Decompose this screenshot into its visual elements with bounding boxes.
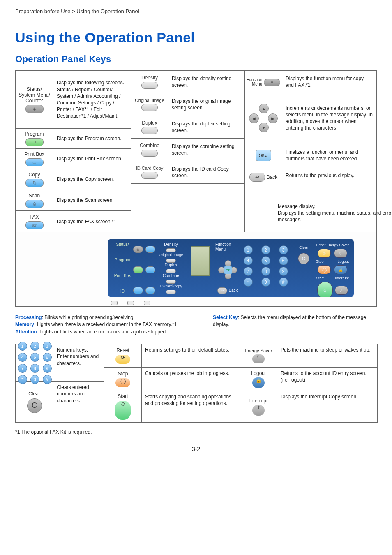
bottom-key-table: 123 456 789 *0# Numeric keys. Enter numb… bbox=[15, 344, 378, 423]
start-key: Start ◇ bbox=[104, 391, 142, 422]
lcd-display bbox=[191, 246, 210, 276]
duplex-key: Duplex bbox=[131, 116, 168, 138]
back-icon: ↩ bbox=[249, 173, 265, 182]
numeric-keys: 123 456 789 *0# bbox=[16, 344, 53, 381]
original-key: Original Image bbox=[131, 93, 168, 116]
idcard-desc: Displays the ID card Copy screen. bbox=[168, 161, 244, 183]
duplex-desc: Displays the duplex setting screen. bbox=[168, 116, 244, 138]
fax-desc: Displays the FAX screen.*1 bbox=[53, 211, 131, 232]
status-key: Status/ System Menu/ Counter ◈ bbox=[16, 71, 53, 128]
scan-icon: ⎙ bbox=[25, 200, 44, 208]
scan-key: Scan ⎙ bbox=[16, 190, 53, 210]
density-key: Density bbox=[131, 71, 168, 93]
funcmenu-key: Function Menu ≡ bbox=[244, 71, 282, 93]
section-title: Operation Panel Keys bbox=[15, 54, 377, 65]
footnote: *1 The optional FAX Kit is required. bbox=[15, 429, 377, 435]
reset-desc: Returns settings to their default states… bbox=[142, 344, 240, 367]
clear-desc: Clears entered numbers and characters. bbox=[53, 382, 104, 422]
panel-setting-labels: Density Original Image Duplex Combine ID… bbox=[157, 242, 185, 294]
breadcrumb: Preparation before Use > Using the Opera… bbox=[15, 8, 377, 17]
diamond-icon: ◈ bbox=[25, 105, 44, 113]
panel-right-buttons: ResetEnergy Saver ⟳☾ StopLogout ◯🔒 Start… bbox=[316, 242, 349, 294]
program-key: Program ⊐ bbox=[16, 129, 53, 148]
reset-key: Reset ⟳ bbox=[104, 344, 142, 367]
fax-icon: ☏ bbox=[25, 221, 44, 229]
original-icon bbox=[141, 104, 158, 111]
stop-desc: Cancels or pauses the job in progress. bbox=[142, 368, 240, 391]
clear-key: Clear C bbox=[16, 382, 53, 422]
start-desc: Starts copying and scanning operations a… bbox=[142, 391, 240, 422]
funcmenu-icon: ≡ bbox=[264, 79, 280, 86]
arrow-up-icon: ▲ bbox=[259, 104, 269, 113]
combine-icon bbox=[141, 150, 158, 157]
arrow-desc: Increments or decrements numbers, or sel… bbox=[282, 93, 376, 143]
panel-clear-col: Clear C bbox=[291, 242, 316, 294]
fax-key: FAX ☏ bbox=[16, 211, 53, 232]
idcard-icon bbox=[141, 172, 158, 179]
ok-icon: OK↲ bbox=[256, 150, 271, 161]
copy-key: Copy ⎘ bbox=[16, 169, 53, 190]
logout-key: Logout 🔒 bbox=[240, 368, 277, 391]
page-title: Using the Operation Panel bbox=[15, 30, 377, 46]
message-display-label: Message display. Displays the setting me… bbox=[278, 203, 392, 223]
interrupt-desc: Displays the Interrupt Copy screen. bbox=[277, 391, 377, 422]
arrow-right-icon: ▶ bbox=[268, 113, 278, 123]
duplex-icon bbox=[141, 127, 158, 134]
combine-key: Combine bbox=[131, 139, 168, 161]
combine-desc: Displays the combine setting screen. bbox=[168, 139, 244, 161]
original-desc: Displays the original image setting scre… bbox=[168, 93, 244, 116]
idcard-key: ID Card Copy bbox=[131, 161, 168, 183]
panel-left-labels: Status/ Program Print Box ID bbox=[113, 242, 132, 294]
ok-desc: Finalizes a function or menu, and number… bbox=[282, 143, 376, 168]
main-key-table: Status/ System Menu/ Counter ◈ Displays … bbox=[15, 70, 377, 307]
copy-icon: ⎘ bbox=[25, 179, 44, 187]
program-desc: Displays the Program screen. bbox=[53, 129, 131, 148]
back-desc: Returns to the previous display. bbox=[282, 168, 376, 183]
program-icon: ⊐ bbox=[25, 138, 44, 146]
density-icon bbox=[141, 82, 158, 89]
interrupt-key: Interrupt ⤴ bbox=[240, 391, 277, 422]
ok-key: OK↲ bbox=[244, 143, 282, 168]
stop-key: Stop ◯ bbox=[104, 368, 142, 391]
printbox-key: Print Box ▭ bbox=[16, 149, 53, 169]
panel-numpad: 123 456 789 *0# bbox=[240, 242, 291, 294]
funcmenu-desc: Displays the function menu for copy and … bbox=[282, 71, 376, 93]
printbox-desc: Displays the Print Box screen. bbox=[53, 149, 131, 169]
indicator-descriptions: Processing: Blinks while printing or sen… bbox=[15, 314, 377, 335]
arrow-left-icon: ◀ bbox=[249, 113, 259, 123]
logout-desc: Returns to the account ID entry screen. … bbox=[277, 368, 377, 391]
printbox-icon: ▭ bbox=[25, 158, 44, 166]
energy-desc: Puts the machine to sleep or wakes it up… bbox=[277, 344, 377, 367]
indicator-leds bbox=[111, 301, 150, 305]
page-number: 3-2 bbox=[15, 446, 377, 452]
copy-desc: Displays the Copy screen. bbox=[53, 169, 131, 190]
status-desc: Displays the following screens. Status /… bbox=[53, 71, 131, 128]
energy-key: Energy Saver ☾ bbox=[240, 344, 277, 367]
scan-desc: Displays the Scan screen. bbox=[53, 190, 131, 210]
density-desc: Displays the density setting screen. bbox=[168, 71, 244, 93]
panel-illustration: Status/ Program Print Box ID ◈ Density O… bbox=[16, 232, 376, 306]
numeric-desc: Numeric keys. Enter numbers and characte… bbox=[53, 344, 104, 381]
arrow-down-icon: ▼ bbox=[259, 123, 269, 132]
arrow-keys: ▲ ▼ ◀ ▶ bbox=[244, 93, 282, 143]
